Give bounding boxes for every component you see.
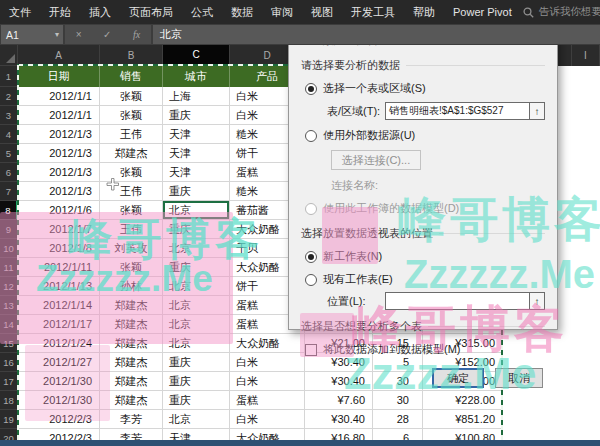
cell-C8[interactable]: 北京: [163, 201, 230, 220]
ribbon-tab-文件[interactable]: 文件: [0, 0, 40, 24]
row-header-16[interactable]: 16: [0, 353, 18, 372]
empty-cell[interactable]: [572, 87, 600, 106]
ribbon-tab-插入[interactable]: 插入: [80, 0, 120, 24]
table-range-input[interactable]: 销售明细表!$A$1:$G$527: [385, 102, 530, 120]
cell-A5[interactable]: 2012/1/3: [18, 144, 100, 163]
row-header-17[interactable]: 17: [0, 372, 18, 391]
cell-A12[interactable]: 2012/1/13: [18, 277, 100, 296]
cell-B6[interactable]: 张颖: [100, 163, 163, 182]
column-header-I[interactable]: I: [572, 45, 600, 66]
cell-A15[interactable]: 2012/1/24: [18, 334, 100, 353]
ribbon-tab-Power Pivot[interactable]: Power Pivot: [444, 0, 521, 24]
empty-cell[interactable]: [572, 372, 600, 391]
row-header-3[interactable]: 3: [0, 106, 18, 125]
cell-C2[interactable]: 上海: [163, 87, 230, 106]
cell-G18[interactable]: ¥228.00: [423, 391, 503, 410]
cell-B15[interactable]: 郑建杰: [100, 334, 163, 353]
cell-D19[interactable]: 白米: [230, 410, 305, 429]
cancel-button[interactable]: 取消: [495, 368, 543, 388]
cell-B14[interactable]: 郑建杰: [100, 315, 163, 334]
cell-B12[interactable]: 孙林: [100, 277, 163, 296]
cell-A4[interactable]: 2012/1/3: [18, 125, 100, 144]
row-header-15[interactable]: 15: [0, 334, 18, 353]
empty-cell[interactable]: [572, 125, 600, 144]
cell-C5[interactable]: 天津: [163, 144, 230, 163]
radio-row-table-range[interactable]: 选择一个表或区域(S): [305, 81, 545, 96]
ribbon-tab-视图[interactable]: 视图: [302, 0, 342, 24]
formula-input[interactable]: 北京: [153, 25, 600, 44]
empty-cell[interactable]: [572, 163, 600, 182]
choose-connection-button[interactable]: 选择连接(C)...: [331, 150, 421, 170]
cell-B7[interactable]: 王伟: [100, 182, 163, 201]
tell-me-search[interactable]: 告诉我你想要做什么: [523, 5, 600, 19]
cell-E18[interactable]: ¥7.60: [305, 391, 373, 410]
cell-A2[interactable]: 2012/1/1: [18, 87, 100, 106]
cell-C17[interactable]: 重庆: [163, 372, 230, 391]
header-cell-B1[interactable]: 销售: [100, 66, 163, 87]
enter-icon[interactable]: ✓: [103, 29, 111, 40]
cell-F18[interactable]: 30: [373, 391, 423, 410]
empty-cell[interactable]: [503, 410, 572, 429]
cell-C6[interactable]: 天津: [163, 163, 230, 182]
cell-C9[interactable]: 重庆: [163, 220, 230, 239]
ribbon-tab-开始[interactable]: 开始: [40, 0, 80, 24]
row-header-12[interactable]: 12: [0, 277, 18, 296]
cell-C13[interactable]: 北京: [163, 296, 230, 315]
cell-C19[interactable]: 北京: [163, 410, 230, 429]
select-all-corner[interactable]: [0, 45, 18, 66]
cell-B19[interactable]: 李芳: [100, 410, 163, 429]
location-input[interactable]: [385, 292, 530, 310]
ribbon-tab-帮助[interactable]: 帮助: [404, 0, 444, 24]
cell-E19[interactable]: ¥30.40: [305, 410, 373, 429]
row-header-8[interactable]: 8: [0, 201, 18, 220]
ribbon-tab-页面布局[interactable]: 页面布局: [120, 0, 182, 24]
cell-C12[interactable]: 北京: [163, 277, 230, 296]
column-header-B[interactable]: B: [100, 45, 163, 66]
cell-F19[interactable]: 28: [373, 410, 423, 429]
row-header-9[interactable]: 9: [0, 220, 18, 239]
radio-row-existing-sheet[interactable]: 现有工作表(E): [305, 272, 545, 287]
cell-C16[interactable]: 重庆: [163, 353, 230, 372]
cell-B11[interactable]: 张颖: [100, 258, 163, 277]
row-header-7[interactable]: 7: [0, 182, 18, 201]
empty-cell[interactable]: [572, 315, 600, 334]
cell-B9[interactable]: 王伟: [100, 220, 163, 239]
cell-C7[interactable]: 重庆: [163, 182, 230, 201]
empty-cell[interactable]: [572, 277, 600, 296]
cell-C3[interactable]: 重庆: [163, 106, 230, 125]
empty-cell[interactable]: [503, 391, 572, 410]
cell-A9[interactable]: 2012/1/7: [18, 220, 100, 239]
collapse-dialog-icon[interactable]: ↑: [530, 292, 545, 310]
cell-B17[interactable]: 郑建杰: [100, 372, 163, 391]
empty-cell[interactable]: [572, 66, 600, 87]
row-header-14[interactable]: 14: [0, 315, 18, 334]
empty-cell[interactable]: [572, 258, 600, 277]
cell-A7[interactable]: 2012/1/3: [18, 182, 100, 201]
empty-cell[interactable]: [572, 106, 600, 125]
empty-cell[interactable]: [572, 239, 600, 258]
ribbon-tab-公式[interactable]: 公式: [182, 0, 222, 24]
cell-C14[interactable]: 北京: [163, 315, 230, 334]
radio-unselected-icon[interactable]: [305, 274, 317, 286]
row-header-2[interactable]: 2: [0, 87, 18, 106]
cell-B4[interactable]: 王伟: [100, 125, 163, 144]
cell-A16[interactable]: 2012/1/27: [18, 353, 100, 372]
checkbox-row-add-to-model[interactable]: 将此数据添加到数据模型(M): [305, 342, 545, 357]
cell-B13[interactable]: 郑建杰: [100, 296, 163, 315]
cell-A3[interactable]: 2012/1/1: [18, 106, 100, 125]
cell-A17[interactable]: 2012/1/30: [18, 372, 100, 391]
cell-B10[interactable]: 刘英玫: [100, 239, 163, 258]
cell-A8[interactable]: 2012/1/6: [18, 201, 100, 220]
checkbox-unchecked-icon[interactable]: [305, 344, 317, 356]
cell-A13[interactable]: 2012/1/14: [18, 296, 100, 315]
cell-A14[interactable]: 2012/1/17: [18, 315, 100, 334]
radio-selected-icon[interactable]: [305, 251, 317, 263]
empty-cell[interactable]: [572, 182, 600, 201]
header-cell-A1[interactable]: 日期: [18, 66, 100, 87]
cell-B2[interactable]: 张颖: [100, 87, 163, 106]
cell-G19[interactable]: ¥851.20: [423, 410, 503, 429]
cell-B3[interactable]: 张颖: [100, 106, 163, 125]
cancel-icon[interactable]: ×: [76, 29, 82, 40]
cell-A6[interactable]: 2012/1/3: [18, 163, 100, 182]
ribbon-tab-开发工具[interactable]: 开发工具: [342, 0, 404, 24]
